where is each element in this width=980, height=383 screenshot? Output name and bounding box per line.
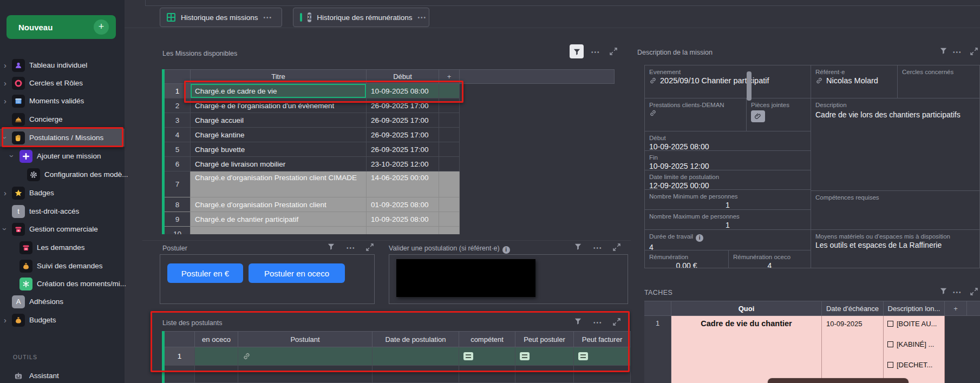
section-menu-icon[interactable]: ••• <box>593 245 603 251</box>
sidebar-item-ajouter-une-mission[interactable]: › Ajouter une mission <box>0 147 125 165</box>
section-menu-icon[interactable]: ••• <box>347 245 356 251</box>
section-menu-icon[interactable]: ••• <box>593 320 603 326</box>
checkbox-icon[interactable] <box>887 362 893 368</box>
filter-icon[interactable] <box>570 44 584 58</box>
field-prestations-clients[interactable]: Prestations clients-DEMAN <box>645 98 747 131</box>
filter-icon[interactable] <box>574 242 582 253</box>
table-row[interactable]: 3 Chargé accueil 26-09-2025 17:00 <box>165 113 460 128</box>
tab-menu-icon[interactable]: ••• <box>264 15 273 21</box>
column-header-en-oceco[interactable]: en oceco <box>195 331 238 347</box>
peut-postuler-toggle-cell[interactable] <box>515 347 574 366</box>
scrollbar-thumb[interactable] <box>747 71 752 101</box>
sidebar-item-tableau-individuel[interactable]: › Tableau individuel <box>0 56 125 74</box>
chevron-right-icon[interactable]: › <box>4 316 6 324</box>
toggle-icon[interactable] <box>578 352 588 360</box>
toggle-icon[interactable] <box>463 352 473 360</box>
sidebar-item-badges[interactable]: › Badges <box>0 184 125 202</box>
field-description[interactable]: Description Cadre de vie lors des chanti… <box>811 98 980 191</box>
field-cercles-concernes[interactable]: Cercles concernés <box>898 65 980 98</box>
sidebar-item-les-demandes[interactable]: Les demandes <box>0 239 125 256</box>
section-menu-icon[interactable]: ••• <box>591 49 600 55</box>
column-header-peut-facturer[interactable]: Peut facturer <box>574 331 631 347</box>
postulant-link-cell[interactable] <box>238 347 373 366</box>
add-column-button[interactable]: + <box>439 69 460 84</box>
section-menu-icon[interactable]: ••• <box>953 289 962 295</box>
competent-toggle-cell[interactable] <box>459 347 515 366</box>
sidebar-item-configuration-modeles[interactable]: Configuration des modè... <box>0 166 125 183</box>
table-row[interactable]: 10 <box>165 227 460 234</box>
add-column-button[interactable]: + <box>945 301 967 316</box>
expand-icon[interactable] <box>366 243 374 253</box>
field-moyens-materiels[interactable]: Moyens matériels ou d'espaces mis à disp… <box>811 230 980 268</box>
chevron-right-icon[interactable]: › <box>4 189 6 197</box>
column-header-titre[interactable]: Titre <box>191 69 367 84</box>
sidebar-item-assistant[interactable]: Assistant <box>0 367 125 383</box>
filter-icon[interactable] <box>939 287 948 297</box>
table-row[interactable]: 7 Chargé.e d'organisation Prestation cli… <box>165 171 460 197</box>
table-row[interactable]: 5 Chargé buvette 26-09-2025 17:00 <box>165 142 460 157</box>
field-nombre-minimum[interactable]: Nombre Minimum de personnes 1 <box>645 190 811 210</box>
field-fin[interactable]: Fin 10-09-2025 12:00 <box>645 151 811 170</box>
sidebar-item-test-droit-acces[interactable]: t test-droit-accés <box>0 202 125 220</box>
field-referent[interactable]: Référent·e Nicolas Molard <box>811 65 898 98</box>
sidebar-item-budgets[interactable]: › Budgets <box>0 311 125 329</box>
postuler-oceco-button[interactable]: Postuler en oceco <box>249 263 345 283</box>
expand-icon[interactable] <box>970 48 978 57</box>
field-evenement[interactable]: Evenement 2025/09/10 Chantier participat… <box>645 65 811 98</box>
table-row[interactable]: 1 <box>165 347 631 366</box>
field-duree-de-travail[interactable]: Durée de travaili 4 <box>645 230 811 250</box>
toggle-icon[interactable] <box>520 352 530 360</box>
tab-historique-des-missions[interactable]: Historique des missions ••• <box>160 8 282 27</box>
sidebar-item-cercles-et-roles[interactable]: › Cercles et Rôles <box>0 74 125 92</box>
sidebar-item-adhesions[interactable]: A Adhésions <box>0 293 125 311</box>
section-menu-icon[interactable]: ••• <box>953 49 962 55</box>
filter-icon[interactable] <box>939 47 948 57</box>
column-header-competent[interactable]: compétent <box>459 331 515 347</box>
table-row[interactable]: 6 Chargé de livraison mobilier 23-10-202… <box>165 157 460 171</box>
sidebar-item-suivi-des-demandes[interactable]: Suivi des demandes <box>0 257 125 275</box>
scrollbar-thumb[interactable] <box>768 378 909 383</box>
column-header-date-echeance[interactable]: Date d'échéance <box>822 301 884 316</box>
sidebar-item-creation-des-moments[interactable]: Création des moments/mi... <box>0 275 125 293</box>
row-number-cell[interactable]: 1 <box>644 316 671 383</box>
info-icon[interactable]: i <box>502 246 510 254</box>
table-row[interactable]: 8 Chargé.e d'organisation Prestation cli… <box>165 197 460 212</box>
chevron-down-icon[interactable]: › <box>1 136 9 139</box>
expand-icon[interactable] <box>610 48 617 57</box>
info-icon[interactable]: i <box>696 234 703 242</box>
new-button[interactable]: Nouveau + <box>6 15 116 39</box>
expand-icon[interactable] <box>613 318 620 328</box>
column-header-description-longue[interactable]: Description lon... <box>884 301 945 316</box>
field-nombre-maximum[interactable]: Nombre Maximum de personnes 1 <box>645 210 811 230</box>
sidebar-item-moments-valides[interactable]: › Moments validés <box>0 92 125 110</box>
postuler-euro-button[interactable]: Postuler en € <box>167 263 243 283</box>
tache-quoi-cell[interactable]: Cadre de vie du chantier <box>671 316 822 383</box>
table-row[interactable]: 4 Chargé kantine 26-09-2025 17:00 <box>165 128 460 142</box>
checkbox-icon[interactable] <box>887 341 893 347</box>
chevron-right-icon[interactable]: › <box>4 79 6 87</box>
table-row[interactable]: 9 Chargé.e de chantier participatif 10-0… <box>165 212 460 227</box>
column-header-quoi[interactable]: Quoi <box>671 301 822 316</box>
field-debut[interactable]: Début 10-09-2025 08:00 <box>645 131 811 151</box>
sidebar-item-postulations-missions[interactable]: › Postulations / Missions <box>0 129 125 147</box>
table-row[interactable]: 1 Chargé.e de cadre de vie 10-09-2025 08… <box>165 84 460 98</box>
table-row[interactable] <box>165 366 631 383</box>
table-row[interactable]: 2 Chargé·e de l'organisation d'un évènem… <box>165 98 460 113</box>
filter-icon[interactable] <box>574 317 582 327</box>
sidebar-item-gestion-commerciale[interactable]: › Gestion commerciale <box>0 220 125 238</box>
tab-menu-icon[interactable]: ••• <box>418 15 427 21</box>
paperclip-icon[interactable] <box>751 110 765 122</box>
field-date-limite[interactable]: Date limite de postulation 12-09-2025 00… <box>645 170 811 190</box>
checkbox-icon[interactable] <box>887 321 893 327</box>
expand-icon[interactable] <box>613 243 620 253</box>
column-header-debut[interactable]: Début <box>367 69 439 84</box>
field-remuneration-oceco[interactable]: Rémunération oceco 4 <box>729 250 811 268</box>
column-header-postulant[interactable]: Postulant <box>238 331 373 347</box>
chevron-right-icon[interactable]: › <box>4 61 6 69</box>
active-cell[interactable]: Chargé.e de cadre de vie <box>191 84 367 98</box>
tache-date-cell[interactable]: 10-09-2025 <box>822 316 884 383</box>
tache-checklist-cell[interactable]: [BOITE AU... [KABINÉ] ... [DECHET... <box>884 316 945 383</box>
field-pieces-jointes[interactable]: Pièces jointes <box>747 98 811 131</box>
chevron-down-icon[interactable]: › <box>8 155 16 157</box>
field-remuneration[interactable]: Rémunération 0.00 € <box>645 250 729 268</box>
